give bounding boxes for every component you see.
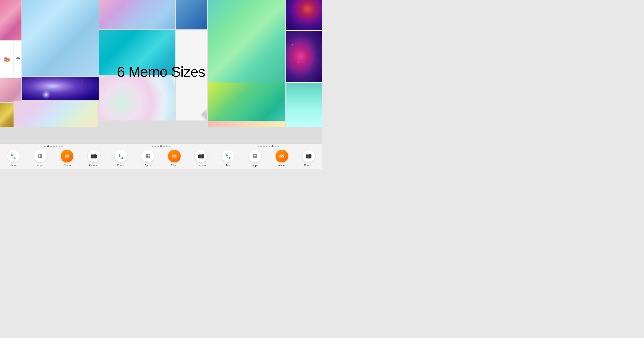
- tile-blue-dark: [176, 0, 207, 30]
- svg-point-42: [256, 157, 257, 158]
- nav-label-phone-3: Phone: [224, 164, 232, 166]
- svg-point-21: [147, 156, 148, 157]
- gallery-area: 6 Memo Sizes: [0, 0, 322, 144]
- nav-item-camera-2[interactable]: Camera: [193, 150, 209, 166]
- tile-pink-blue-splash: [100, 0, 175, 30]
- camera-icon-1: [88, 150, 100, 162]
- svg-point-16: [91, 155, 92, 156]
- svg-point-41: [254, 157, 256, 158]
- tile-pastel-bubbles: [100, 76, 175, 120]
- nav-item-apps-1[interactable]: Apps: [32, 150, 48, 166]
- svg-point-50: [306, 155, 307, 156]
- svg-point-1: [40, 154, 41, 156]
- dot: [152, 146, 153, 147]
- nav-panel-1: Phone: [0, 150, 107, 166]
- svg-point-38: [254, 156, 256, 157]
- tile-galaxy: [22, 77, 98, 100]
- svg-point-33: [199, 155, 199, 156]
- tile-pink-marble: [0, 0, 22, 40]
- nav-item-album-2[interactable]: Album: [166, 150, 182, 166]
- dot: [258, 146, 259, 147]
- dots-section-3: [215, 145, 322, 147]
- tile-pastel-mix: [14, 102, 98, 127]
- tile-space-top-right: [286, 0, 322, 30]
- album-icon-2: [168, 150, 181, 162]
- phone-icon-1: [7, 150, 20, 162]
- main-container: 6 Memo Sizes: [0, 0, 322, 169]
- camera-icon-3: [302, 150, 315, 162]
- dot-active: [160, 145, 162, 147]
- svg-point-22: [148, 156, 150, 157]
- dot: [154, 146, 156, 147]
- svg-point-0: [38, 154, 40, 156]
- tile-teal-wave: [100, 30, 175, 75]
- nav-item-camera-1[interactable]: Camera: [86, 150, 102, 166]
- nav-item-apps-3[interactable]: Apps: [247, 150, 263, 166]
- svg-point-35: [254, 154, 256, 156]
- svg-point-10: [68, 155, 69, 156]
- svg-point-31: [200, 156, 202, 157]
- dot: [260, 146, 262, 147]
- dot: [275, 146, 276, 147]
- svg-point-8: [41, 157, 42, 158]
- svg-point-48: [308, 156, 309, 157]
- dot: [59, 146, 60, 147]
- tile-blue-watercolor: [22, 0, 98, 76]
- svg-point-4: [40, 156, 41, 157]
- dots-section-2: [107, 145, 215, 147]
- phone-icon-2: [114, 150, 127, 162]
- tile-pink-watercolor2: [0, 78, 22, 102]
- apps-icon-1: [34, 150, 46, 162]
- dot: [62, 146, 63, 147]
- svg-point-2: [41, 154, 42, 156]
- tile-gold-texture: [0, 102, 14, 127]
- dot: [166, 146, 168, 147]
- nav-panel-3: Phone: [215, 150, 322, 166]
- svg-point-25: [148, 157, 150, 158]
- tile-umbrella: ☂️: [14, 40, 22, 78]
- svg-point-20: [146, 156, 147, 157]
- nav-item-phone-3[interactable]: Phone: [220, 150, 236, 166]
- svg-point-7: [40, 157, 41, 158]
- tile-waterfall: [286, 83, 322, 127]
- svg-point-6: [38, 157, 40, 158]
- nav-item-apps-2[interactable]: Apps: [140, 150, 156, 166]
- svg-point-18: [147, 154, 148, 156]
- svg-point-24: [147, 157, 148, 158]
- album-icon-1: [60, 150, 73, 162]
- tile-watermelon: 🍉: [0, 40, 14, 78]
- svg-point-44: [282, 155, 284, 156]
- phone-icon-3: [222, 150, 234, 162]
- nav-label-album-2: Album: [171, 164, 178, 166]
- nav-label-album-1: Album: [64, 164, 71, 166]
- dot: [278, 146, 279, 147]
- nav-item-phone-1[interactable]: Phone: [5, 150, 21, 166]
- dot: [269, 146, 270, 147]
- dot-active: [47, 145, 49, 147]
- svg-point-40: [253, 157, 254, 158]
- dot: [266, 146, 268, 147]
- svg-point-17: [146, 154, 147, 156]
- tile-white-large-center: [176, 30, 207, 76]
- dot: [263, 146, 265, 147]
- tile-yellow-teal-large: [208, 82, 285, 121]
- nav-label-camera-2: Camera: [196, 164, 206, 166]
- svg-point-34: [253, 154, 254, 156]
- nav-item-album-1[interactable]: Album: [59, 150, 75, 166]
- nav-label-camera-3: Camera: [304, 164, 313, 166]
- svg-rect-32: [202, 154, 204, 155]
- svg-point-3: [38, 156, 40, 157]
- apps-icon-2: [141, 150, 154, 162]
- nav-label-apps-2: Apps: [145, 164, 151, 166]
- nav-label-apps-1: Apps: [37, 164, 43, 166]
- svg-rect-49: [310, 154, 311, 155]
- camera-icon-2: [195, 150, 208, 162]
- dot: [157, 146, 159, 147]
- nav-item-phone-2[interactable]: Phone: [113, 150, 129, 166]
- dot-active: [272, 145, 274, 147]
- svg-point-37: [253, 156, 254, 157]
- svg-point-5: [41, 156, 42, 157]
- dots-section-1: [0, 145, 107, 147]
- nav-item-camera-3[interactable]: Camera: [301, 150, 317, 166]
- nav-item-album-3[interactable]: Album: [274, 150, 290, 166]
